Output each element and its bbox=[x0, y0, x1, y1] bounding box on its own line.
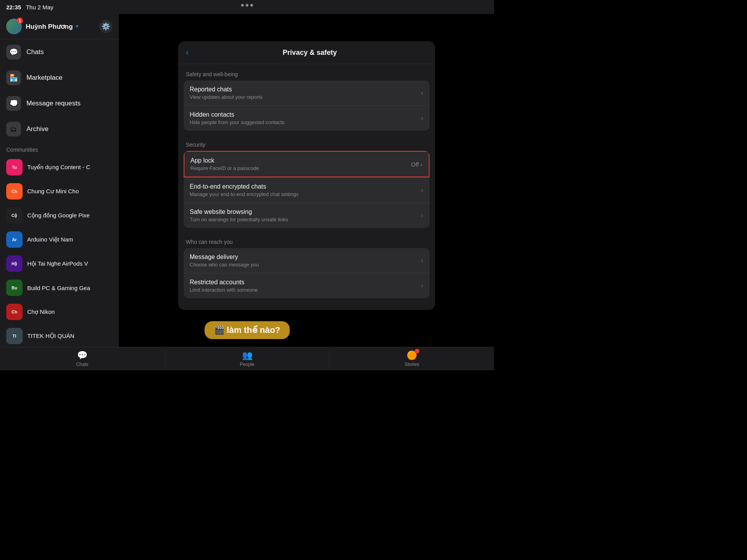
row-subtitle-hidden-contacts: Hide people from your suggested contacts bbox=[190, 119, 421, 125]
archive-nav-icon: 🗂 bbox=[6, 122, 21, 136]
settings-group-2: Message delivery Choose who can message … bbox=[184, 248, 430, 298]
tab-people[interactable]: 👥 People bbox=[165, 350, 330, 367]
community-list: Tu Tuyển dụng Content - C Ch Chung Cư Mi… bbox=[0, 155, 119, 370]
sheet-content: Safety and well-being Reported chats Vie… bbox=[178, 64, 435, 310]
stories-tab-label: Stories bbox=[405, 362, 419, 367]
people-tab-icon: 👥 bbox=[242, 350, 253, 360]
community-name-6: Build PC & Gaming Gea bbox=[27, 285, 90, 291]
people-tab-wrap: 👥 bbox=[242, 350, 253, 360]
user-info[interactable]: 1 Huỳnh Phương ▼ bbox=[6, 19, 79, 34]
row-subtitle-safe-browsing: Turn on warnings for potentially unsafe … bbox=[190, 217, 421, 222]
user-name[interactable]: Huỳnh Phương ▼ bbox=[26, 23, 79, 31]
bottom-bar: 💬 Chats 👥 People 🟠 Stories bbox=[0, 347, 494, 370]
community-item-1[interactable]: Tu Tuyển dụng Content - C bbox=[0, 155, 119, 179]
settings-group-1: App lock Require FaceID or a passcode Of… bbox=[184, 151, 430, 228]
settings-button[interactable]: ⚙️ bbox=[99, 20, 112, 33]
status-date: Thu 2 May bbox=[26, 4, 53, 10]
chevron-icon-message-delivery: › bbox=[421, 257, 423, 264]
sidebar-item-message-requests[interactable]: 💭 Message requests bbox=[0, 91, 119, 116]
row-title-app-lock: App lock bbox=[191, 157, 411, 164]
sidebar-item-archive[interactable]: 🗂 Archive bbox=[0, 116, 119, 142]
row-text-e2e-chats: End-to-end encrypted chats Manage your e… bbox=[190, 183, 421, 197]
settings-sheet: ‹ Privacy & safety Safety and well-being… bbox=[178, 41, 435, 310]
chats-nav-icon: 💬 bbox=[6, 45, 21, 60]
community-item-8[interactable]: TI TITEK HỘI QUÁN bbox=[0, 324, 119, 348]
community-avatar-4: Ar bbox=[6, 231, 23, 248]
watermark: 🎬 làm thế nào? bbox=[205, 321, 290, 339]
tab-stories[interactable]: 🟠 Stories bbox=[330, 350, 494, 367]
marketplace-nav-icon: 🏪 bbox=[6, 70, 21, 85]
community-name-3: Cộng đồng Google Pixe bbox=[27, 212, 90, 219]
sheet-title: Privacy & safety bbox=[193, 49, 427, 57]
chats-tab-label: Chats bbox=[76, 362, 88, 367]
chats-tab-icon: 💬 bbox=[77, 350, 88, 360]
stories-badge bbox=[415, 349, 419, 354]
nav-items: 💬 Chats 🏪 Marketplace 💭 Message requests… bbox=[0, 39, 119, 142]
community-item-2[interactable]: Ch Chung Cư Mini Cho bbox=[0, 179, 119, 203]
chevron-icon-restricted-accounts: › bbox=[421, 282, 423, 289]
community-name-4: Arduino Việt Nam bbox=[27, 236, 73, 243]
dot-3 bbox=[251, 4, 253, 7]
community-item-3[interactable]: Cộ Cộng đồng Google Pixe bbox=[0, 203, 119, 228]
settings-group-0: Reported chats View updates about your r… bbox=[184, 80, 430, 131]
chats-nav-label: Chats bbox=[26, 48, 44, 56]
tab-chats[interactable]: 💬 Chats bbox=[0, 350, 165, 367]
community-item-4[interactable]: Ar Arduino Việt Nam bbox=[0, 228, 119, 252]
status-time: 22:35 bbox=[6, 4, 21, 10]
row-text-app-lock: App lock Require FaceID or a passcode bbox=[191, 157, 411, 171]
dot-2 bbox=[246, 4, 249, 7]
row-subtitle-app-lock: Require FaceID or a passcode bbox=[191, 165, 411, 171]
section-header-1: Security bbox=[178, 135, 435, 151]
sidebar-header: 1 Huỳnh Phương ▼ ⚙️ bbox=[0, 14, 119, 39]
message-requests-nav-icon: 💭 bbox=[6, 96, 21, 111]
people-tab-label: People bbox=[240, 362, 254, 367]
community-item-6[interactable]: Bu Build PC & Gaming Gea bbox=[0, 276, 119, 300]
settings-row-e2e-chats[interactable]: End-to-end encrypted chats Manage your e… bbox=[184, 177, 430, 203]
community-name-7: Chợ Nikon bbox=[27, 308, 55, 315]
community-avatar-2: Ch bbox=[6, 183, 23, 200]
settings-row-hidden-contacts[interactable]: Hidden contacts Hide people from your su… bbox=[184, 105, 430, 131]
row-subtitle-restricted-accounts: Limit interaction with someone bbox=[190, 287, 421, 293]
settings-row-message-delivery[interactable]: Message delivery Choose who can message … bbox=[184, 248, 430, 273]
community-name-5: Hội Tai Nghe AirPods V bbox=[27, 260, 88, 267]
sidebar-item-marketplace[interactable]: 🏪 Marketplace bbox=[0, 65, 119, 91]
row-subtitle-e2e-chats: Manage your end-to-end encrypted chat se… bbox=[190, 191, 421, 197]
chevron-icon-e2e-chats: › bbox=[421, 187, 423, 194]
dot-1 bbox=[241, 4, 244, 7]
community-avatar-1: Tu bbox=[6, 159, 23, 175]
row-text-reported-chats: Reported chats View updates about your r… bbox=[190, 86, 421, 100]
stories-tab-wrap: 🟠 bbox=[407, 350, 417, 360]
chevron-icon-safe-browsing: › bbox=[421, 212, 423, 219]
community-avatar-6: Bu bbox=[6, 280, 23, 296]
community-name-8: TITEK HỘI QUÁN bbox=[27, 332, 74, 340]
row-text-restricted-accounts: Restricted accounts Limit interaction wi… bbox=[190, 279, 421, 293]
back-button[interactable]: ‹ bbox=[186, 47, 189, 58]
sheet-header: ‹ Privacy & safety bbox=[178, 41, 435, 64]
row-title-hidden-contacts: Hidden contacts bbox=[190, 111, 421, 118]
sidebar-item-chats[interactable]: 💬 Chats bbox=[0, 39, 119, 65]
status-bar: 22:35 Thu 2 May bbox=[0, 0, 494, 14]
sidebar: 1 Huỳnh Phương ▼ ⚙️ 💬 Chats 🏪 Marketplac… bbox=[0, 14, 119, 370]
notification-badge: 1 bbox=[17, 18, 23, 24]
community-item-5[interactable]: Hộ Hội Tai Nghe AirPods V bbox=[0, 252, 119, 276]
settings-row-restricted-accounts[interactable]: Restricted accounts Limit interaction wi… bbox=[184, 273, 430, 298]
row-text-message-delivery: Message delivery Choose who can message … bbox=[190, 254, 421, 268]
row-title-message-delivery: Message delivery bbox=[190, 254, 421, 261]
community-avatar-5: Hộ bbox=[6, 256, 23, 272]
settings-row-safe-browsing[interactable]: Safe website browsing Turn on warnings f… bbox=[184, 203, 430, 228]
community-name-2: Chung Cư Mini Cho bbox=[27, 188, 79, 195]
community-avatar-8: TI bbox=[6, 328, 23, 344]
chevron-down-icon: ▼ bbox=[75, 24, 79, 29]
row-title-e2e-chats: End-to-end encrypted chats bbox=[190, 183, 421, 190]
row-text-safe-browsing: Safe website browsing Turn on warnings f… bbox=[190, 208, 421, 222]
settings-row-reported-chats[interactable]: Reported chats View updates about your r… bbox=[184, 80, 430, 105]
message-requests-nav-label: Message requests bbox=[26, 100, 81, 107]
row-text-hidden-contacts: Hidden contacts Hide people from your su… bbox=[190, 111, 421, 125]
community-item-7[interactable]: Ch Chợ Nikon bbox=[0, 300, 119, 324]
row-title-safe-browsing: Safe website browsing bbox=[190, 208, 421, 215]
row-title-restricted-accounts: Restricted accounts bbox=[190, 279, 421, 286]
row-subtitle-reported-chats: View updates about your reports bbox=[190, 94, 421, 100]
settings-row-app-lock[interactable]: App lock Require FaceID or a passcode Of… bbox=[184, 151, 430, 177]
community-name-1: Tuyển dụng Content - C bbox=[27, 164, 90, 171]
section-header-2: Who can reach you bbox=[178, 232, 435, 248]
